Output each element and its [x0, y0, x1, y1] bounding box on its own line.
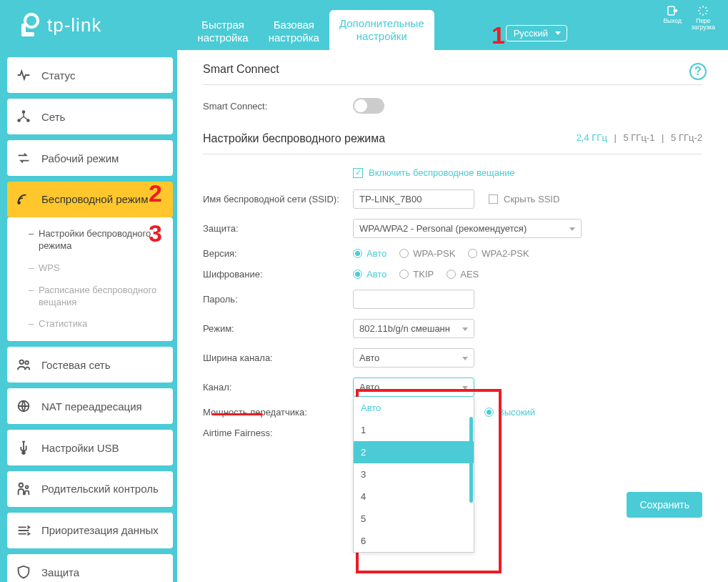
encryption-radio-auto[interactable]: Авто — [353, 269, 387, 280]
ssid-input[interactable] — [353, 189, 474, 209]
password-label: Пароль: — [203, 294, 353, 305]
ssid-label: Имя беспроводной сети (SSID): — [203, 194, 353, 204]
sub-item-schedule[interactable]: Расписание беспроводного вещания — [29, 280, 167, 314]
sidebar-item-status[interactable]: Статус — [7, 57, 173, 93]
mode-label: Режим: — [203, 323, 353, 334]
sidebar: Статус Сеть Рабочий режим Беспроводной р… — [0, 50, 177, 582]
guest-icon — [16, 357, 31, 373]
parental-icon — [16, 481, 31, 497]
section-title-smart-connect: Smart Connect — [203, 63, 702, 76]
band-5ghz-1[interactable]: 5 ГГц-1 — [623, 132, 654, 143]
hide-ssid-checkbox[interactable] — [489, 194, 498, 204]
smart-connect-label: Smart Connect: — [203, 101, 353, 112]
sidebar-label: Сеть — [41, 111, 65, 123]
sidebar-submenu-wireless: Настройки беспроводного режима WPS Распи… — [7, 217, 173, 341]
version-radio-wpa2[interactable]: WPA2-PSK — [468, 248, 529, 259]
sidebar-label: Настройки USB — [41, 442, 119, 454]
reload-button[interactable]: Пере загрузка — [692, 4, 715, 31]
band-24ghz[interactable]: 2,4 ГГц — [577, 132, 607, 143]
usb-icon — [16, 440, 31, 455]
band-5ghz-2[interactable]: 5 ГГц-2 — [671, 132, 702, 143]
svg-rect-2 — [21, 32, 34, 36]
enable-wireless-checkbox[interactable]: ✓ — [353, 168, 363, 178]
svg-point-8 — [20, 360, 24, 365]
tab-basic[interactable]: Базовая настройка — [259, 13, 329, 50]
channel-option-1[interactable]: 1 — [354, 419, 474, 441]
encryption-label: Шифрование: — [203, 269, 353, 280]
language-select[interactable]: Русский — [506, 25, 567, 41]
sub-item-wireless-settings[interactable]: Настройки беспроводного режима — [29, 223, 167, 257]
svg-point-9 — [25, 361, 29, 365]
sidebar-label: Приоритезация данных — [41, 524, 159, 537]
save-button[interactable]: Сохранить — [627, 492, 702, 518]
svg-point-13 — [26, 486, 29, 489]
channel-option-5[interactable]: 5 — [354, 508, 474, 530]
tplink-logo-icon — [14, 11, 43, 39]
sub-item-wps[interactable]: WPS — [29, 257, 167, 280]
svg-point-12 — [19, 483, 23, 488]
svg-point-4 — [22, 110, 26, 114]
sidebar-item-usb[interactable]: Настройки USB — [7, 430, 173, 465]
cycle-icon — [16, 150, 31, 166]
sidebar-item-qos[interactable]: Приоритезация данных — [7, 513, 173, 548]
sidebar-item-parental[interactable]: Родительский контроль — [7, 471, 173, 507]
svg-point-0 — [25, 14, 38, 27]
svg-point-11 — [22, 452, 25, 455]
channel-option-auto[interactable]: Авто — [354, 397, 474, 419]
nat-icon — [16, 398, 31, 414]
sidebar-item-security[interactable]: Защита — [7, 554, 173, 582]
sidebar-item-guest[interactable]: Гостевая сеть — [7, 347, 173, 383]
pulse-icon — [16, 67, 31, 83]
channel-dropdown-list: Авто 1 2 3 4 5 6 — [353, 397, 474, 553]
top-nav: Быстрая настройка Базовая настройка Допо… — [187, 0, 434, 50]
channel-option-3[interactable]: 3 — [354, 463, 474, 485]
smart-connect-toggle[interactable] — [353, 98, 384, 114]
reload-icon — [697, 4, 709, 17]
airtime-label: Airtime Fairness: — [203, 428, 353, 438]
content-panel: ? Smart Connect Smart Connect: Настройки… — [177, 50, 728, 582]
sidebar-label: Беспроводной режим — [41, 193, 148, 206]
qos-icon — [16, 523, 31, 538]
brand-text: tp-link — [47, 14, 101, 36]
channel-select[interactable]: Авто — [353, 378, 474, 397]
sidebar-item-opmode[interactable]: Рабочий режим — [7, 140, 173, 176]
sidebar-item-nat[interactable]: NAT переадресация — [7, 388, 173, 424]
shield-icon — [16, 564, 31, 580]
txpower-radio-high[interactable]: Высокий — [484, 407, 535, 418]
channel-option-2[interactable]: 2 — [354, 441, 474, 463]
sidebar-item-wireless[interactable]: Беспроводной режим — [7, 182, 173, 217]
tab-advanced[interactable]: Дополнительные настройки — [329, 10, 434, 50]
channel-option-6[interactable]: 6 — [354, 530, 474, 552]
sidebar-label: Родительский контроль — [41, 483, 159, 495]
divider — [203, 154, 702, 154]
encryption-radio-aes[interactable]: AES — [447, 269, 479, 280]
mode-select[interactable]: 802.11b/g/n смешанн — [353, 319, 474, 338]
txpower-label: Мощность передатчика: — [203, 407, 353, 418]
password-input[interactable] — [353, 290, 474, 309]
version-radio-wpa[interactable]: WPA-PSK — [399, 248, 455, 259]
tab-quick-setup[interactable]: Быстрая настройка — [187, 13, 258, 50]
sub-item-stats[interactable]: Статистика — [29, 313, 167, 335]
svg-point-7 — [18, 202, 20, 204]
logout-icon — [666, 4, 679, 17]
dropdown-scrollbar[interactable] — [469, 417, 473, 503]
security-select[interactable]: WPA/WPA2 - Personal (рекомендуется) — [353, 219, 582, 238]
help-button[interactable]: ? — [689, 63, 707, 80]
sidebar-label: Рабочий режим — [41, 152, 119, 164]
security-label: Защита: — [203, 223, 353, 234]
logout-button[interactable]: Выход — [663, 4, 681, 31]
channel-option-4[interactable]: 4 — [354, 485, 474, 508]
wifi-icon — [16, 192, 31, 207]
sidebar-label: NAT переадресация — [41, 400, 142, 413]
encryption-radio-tkip[interactable]: TKIP — [399, 269, 434, 280]
sidebar-item-network[interactable]: Сеть — [7, 99, 173, 134]
network-icon — [16, 109, 31, 124]
channel-width-select[interactable]: Авто — [353, 348, 474, 368]
channel-width-label: Ширина канала: — [203, 352, 353, 363]
sidebar-label: Гостевая сеть — [41, 359, 110, 371]
version-radio-auto[interactable]: Авто — [353, 248, 387, 259]
band-selector: 2,4 ГГц | 5 ГГц-1 | 5 ГГц-2 — [577, 132, 702, 143]
version-label: Версия: — [203, 248, 353, 259]
hide-ssid-label: Скрыть SSID — [504, 194, 559, 204]
sidebar-label: Статус — [41, 69, 75, 82]
